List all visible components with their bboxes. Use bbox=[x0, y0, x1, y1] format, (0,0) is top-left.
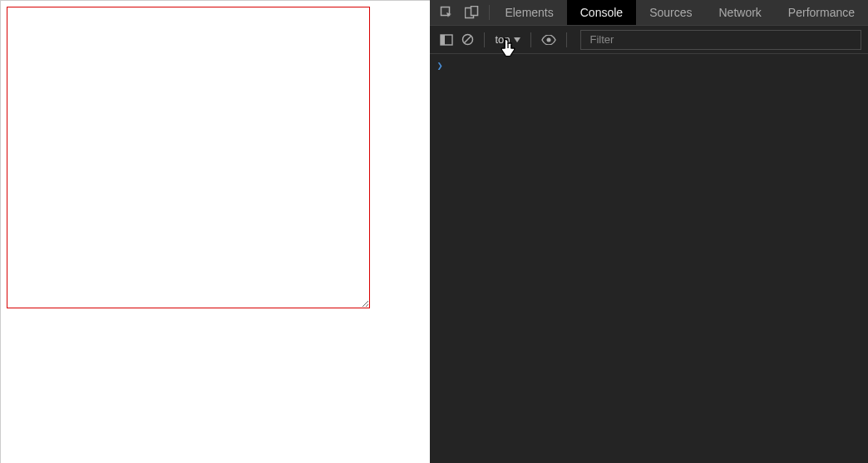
clear-console-icon[interactable] bbox=[461, 33, 474, 46]
svg-rect-2 bbox=[471, 7, 478, 16]
tabbar-divider bbox=[489, 5, 490, 20]
toolbar-divider-2 bbox=[530, 32, 531, 47]
eye-icon[interactable] bbox=[541, 35, 556, 45]
svg-rect-4 bbox=[441, 35, 445, 45]
toolbar-divider-3 bbox=[566, 32, 567, 47]
devtools-panel: Elements Console Sources Network Perform… bbox=[430, 0, 868, 463]
filter-input[interactable] bbox=[580, 30, 861, 50]
tab-network[interactable]: Network bbox=[705, 0, 774, 25]
console-toolbar: top bbox=[430, 26, 868, 54]
svg-point-7 bbox=[547, 37, 551, 42]
console-prompt-caret: ❯ bbox=[436, 60, 442, 71]
tab-label: Console bbox=[580, 6, 623, 19]
chevron-down-icon bbox=[514, 37, 520, 42]
context-label: top bbox=[495, 33, 510, 46]
tab-label: Sources bbox=[649, 6, 692, 19]
tab-label: Network bbox=[718, 6, 761, 19]
tab-sources[interactable]: Sources bbox=[636, 0, 705, 25]
webpage-content-pane bbox=[0, 0, 430, 463]
devtools-tabbar: Elements Console Sources Network Perform… bbox=[430, 0, 868, 26]
tab-elements[interactable]: Elements bbox=[491, 0, 566, 25]
tab-performance[interactable]: Performance bbox=[775, 0, 868, 25]
execution-context-selector[interactable]: top bbox=[495, 33, 520, 46]
tab-label: Elements bbox=[505, 6, 553, 19]
sidebar-toggle-icon[interactable] bbox=[440, 34, 453, 46]
svg-line-6 bbox=[465, 36, 471, 42]
tab-label: Performance bbox=[788, 6, 855, 19]
tabbar-icon-group bbox=[430, 0, 487, 25]
console-output-area[interactable]: ❯ bbox=[430, 54, 868, 463]
toolbar-divider-1 bbox=[484, 32, 485, 47]
tab-console[interactable]: Console bbox=[567, 0, 636, 25]
inspect-icon[interactable] bbox=[440, 6, 453, 19]
page-textarea[interactable] bbox=[7, 7, 370, 308]
device-icon[interactable] bbox=[465, 6, 479, 19]
